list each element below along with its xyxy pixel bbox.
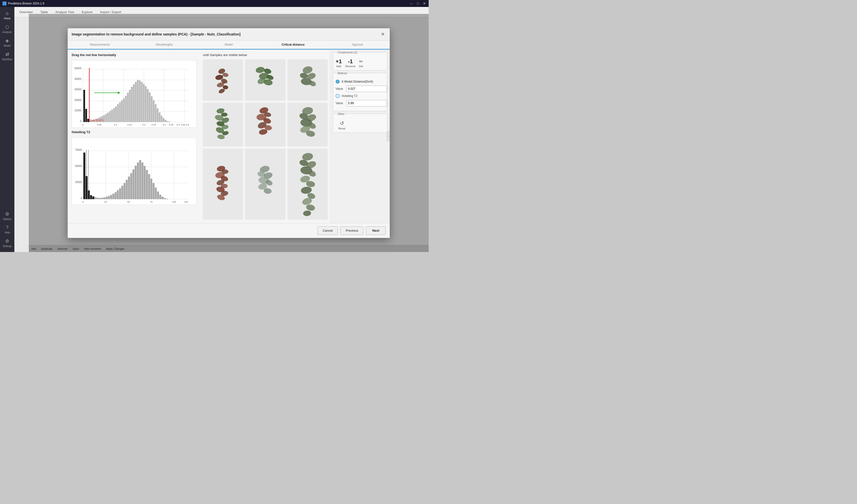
svg-rect-58 — [163, 118, 165, 122]
collapse-panel-button[interactable]: › — [387, 132, 390, 141]
svg-rect-106 — [117, 190, 119, 199]
add-component-button[interactable]: +1 Add — [336, 59, 342, 68]
maximize-button[interactable]: □ — [416, 1, 420, 6]
svg-rect-38 — [123, 98, 125, 122]
remove-component-button[interactable]: -1 Remove — [345, 59, 355, 68]
app-title: Prediktera Breeze 2024.1.9 — [8, 2, 44, 5]
svg-rect-103 — [110, 195, 112, 199]
sidebar-item-options[interactable]: ⚙ Options — [1, 209, 14, 222]
svg-text:Dcrit (0.027): Dcrit (0.027) — [90, 119, 103, 122]
sidebar-label-help: Help — [5, 231, 10, 234]
hotelling-label: Hotelling T2 — [341, 94, 357, 98]
home-icon: ⌂ — [6, 11, 9, 16]
dcrit-clear-button[interactable]: ✕ — [389, 87, 390, 91]
svg-rect-110 — [126, 180, 128, 199]
add-label: Add — [336, 65, 341, 68]
previous-button[interactable]: Previous — [340, 226, 364, 235]
svg-point-205 — [306, 204, 316, 212]
set-component-button[interactable]: ✏ Set — [359, 59, 363, 68]
svg-rect-95 — [92, 197, 94, 199]
sample-cell-3 — [287, 59, 328, 101]
sidebar-item-help[interactable]: ? Help — [1, 223, 14, 236]
components-label: Components (2) — [337, 51, 358, 54]
wizard-step-approve[interactable]: Approve — [325, 40, 390, 49]
svg-rect-96 — [95, 197, 97, 199]
svg-text:50 Bins (ObsDMX[2]/ObsDMXpred[: 50 Bins (ObsDMX[2]/ObsDMXpred[2]) — [116, 127, 157, 128]
svg-rect-108 — [121, 186, 123, 199]
svg-text:50 Bins (Hotelling T2[2]/Hotel: 50 Bins (Hotelling T2[2]/Hotelling T2 pr… — [107, 204, 156, 205]
controls-panel: Components (2) +1 Add -1 Remove — [330, 50, 390, 223]
other-group: Other ↺ Reset — [333, 114, 387, 133]
options-icon: ⚙ — [5, 211, 9, 217]
svg-text:50000: 50000 — [74, 67, 81, 70]
wizard-step-wavelengths[interactable]: Wavelengths — [132, 40, 197, 49]
modal-close-button[interactable]: ✕ — [380, 31, 386, 37]
svg-point-206 — [303, 210, 311, 216]
xmodel-value-row: Value ✕ — [336, 86, 385, 92]
svg-text:0.05: 0.05 — [97, 123, 101, 126]
svg-rect-112 — [130, 173, 132, 199]
svg-text:0: 0 — [82, 123, 83, 126]
modal-title: Image segmentation to remove background … — [72, 32, 240, 36]
modal-header: Image segmentation to remove background … — [68, 28, 390, 40]
svg-rect-40 — [127, 93, 129, 122]
chart2-svg: 0 25000 50000 75000 — [72, 138, 191, 205]
svg-rect-18 — [83, 90, 85, 122]
svg-rect-56 — [159, 112, 161, 122]
sidebar-item-model[interactable]: ◈ Model — [1, 36, 14, 49]
components-group: Components (2) +1 Add -1 Remove — [333, 52, 387, 70]
svg-text:0.2: 0.2 — [142, 123, 146, 126]
xmodel-radio[interactable] — [336, 80, 340, 84]
svg-rect-97 — [97, 198, 99, 199]
svg-rect-47 — [141, 82, 142, 122]
wizard-step-critical-distance[interactable]: Critical distance — [261, 40, 325, 50]
sidebar-item-analyzer[interactable]: ⬡ Analyzer — [1, 22, 14, 35]
svg-rect-127 — [164, 198, 166, 199]
svg-text:0.5: 0.5 — [186, 123, 189, 126]
svg-text:75000: 75000 — [75, 149, 82, 151]
svg-rect-41 — [129, 90, 131, 122]
sidebar-label-analyzer: Analyzer — [2, 31, 12, 33]
modal-footer: Cancel Previous Next — [68, 223, 390, 238]
model-icon: ◈ — [5, 38, 9, 44]
svg-rect-118 — [144, 166, 146, 199]
svg-rect-59 — [165, 120, 166, 122]
svg-rect-98 — [99, 198, 101, 199]
svg-rect-28 — [103, 115, 105, 122]
sidebar-item-settings[interactable]: ⚙ Settings — [1, 236, 14, 250]
sidebar-item-home[interactable]: ⌂ Home — [1, 9, 14, 22]
svg-marker-65 — [118, 91, 120, 94]
svg-text:125: 125 — [184, 201, 188, 203]
hotelling-radio[interactable] — [336, 94, 340, 98]
sample-cell-4 — [203, 103, 243, 147]
next-button[interactable]: Next — [366, 226, 386, 235]
sidebar: ⌂ Home ⬡ Analyzer ◈ Model ⇄ Workflow ⚙ O… — [0, 7, 14, 252]
cancel-button[interactable]: Cancel — [318, 226, 338, 235]
sidebar-label-home: Home — [4, 17, 11, 20]
svg-rect-43 — [133, 84, 135, 122]
method-hotelling-row: Hotelling T2 — [336, 94, 385, 98]
modal-body: Drag the red line horizontally 0 10000 2… — [68, 50, 390, 223]
window-controls: – □ ✕ — [409, 1, 427, 6]
hotelling-value-input[interactable] — [346, 100, 387, 106]
hotelling-value-row: Value — [336, 100, 385, 106]
svg-rect-115 — [137, 163, 139, 199]
wizard-step-measurements[interactable]: Measurements — [68, 40, 132, 49]
minimize-button[interactable]: – — [409, 1, 414, 6]
svg-rect-45 — [137, 80, 139, 122]
reset-button[interactable]: ↺ Reset — [336, 120, 348, 130]
samples-grid — [203, 59, 328, 220]
svg-rect-30 — [107, 113, 109, 122]
svg-text:0.25: 0.25 — [152, 123, 156, 126]
close-button[interactable]: ✕ — [422, 1, 427, 6]
svg-rect-123 — [155, 187, 157, 199]
wizard-step-model[interactable]: Model — [197, 40, 261, 49]
reset-label: Reset — [338, 127, 346, 130]
sidebar-item-workflow[interactable]: ⇄ Workflow — [1, 50, 14, 63]
svg-rect-122 — [153, 183, 154, 199]
workflow-icon: ⇄ — [5, 52, 9, 57]
chart-panel: Drag the red line horizontally 0 10000 2… — [68, 50, 200, 223]
svg-text:50: 50 — [127, 201, 130, 203]
svg-rect-92 — [86, 176, 87, 199]
dcrit-value-input[interactable] — [346, 86, 387, 92]
